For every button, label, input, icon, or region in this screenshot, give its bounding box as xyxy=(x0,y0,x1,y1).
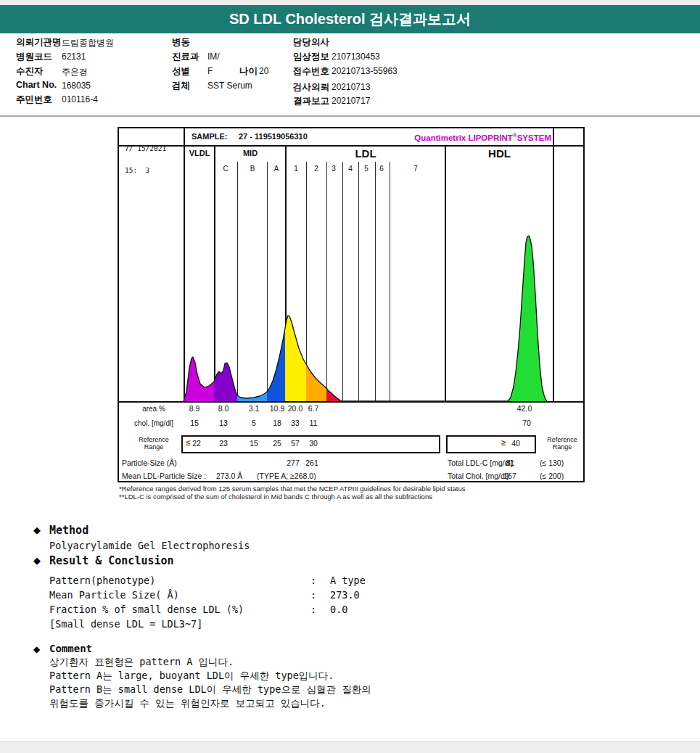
band-label-7: 7 xyxy=(408,165,423,173)
header-divider xyxy=(0,115,700,117)
result-row-colon: : xyxy=(310,575,316,586)
field-label: 담당의사 xyxy=(293,36,329,49)
field-value: 주은경 xyxy=(62,66,88,78)
field-value: 20210713 xyxy=(332,82,370,92)
mean-size-label: Mean LDL-Particle Size : xyxy=(122,472,206,480)
band-label-1: 1 xyxy=(289,165,303,173)
comment-line: Pattern A는 large, buoyant LDL이 우세한 type입… xyxy=(49,670,334,683)
comment-line: Pattern B는 small dense LDL이 우세한 type으로 심… xyxy=(49,683,371,696)
comment-line: 상기환자 표현형은 pattern A 입니다. xyxy=(49,656,234,669)
sample-label: SAMPLE: xyxy=(192,132,228,141)
band-label-5: 5 xyxy=(359,165,374,173)
field-label: 결과보고 xyxy=(293,95,329,107)
total-ldl-ref: (≤ 130) xyxy=(540,458,564,467)
result-row-colon: : xyxy=(310,589,316,601)
comment-line: 위험도를 증가시킬 수 있는 위험인자로 보고되고 있습니다. xyxy=(49,697,326,710)
chol-value: 15 xyxy=(180,419,209,427)
result-row-label: [Small dense LDL = LDL3~7] xyxy=(49,618,202,630)
field-label: 주민번호 xyxy=(16,94,52,106)
band-label-6: 6 xyxy=(374,165,389,173)
field-value: 20 xyxy=(259,66,268,76)
lipoprint-brand-logo: Quantimetrix LIPOPRINT®SYSTEM xyxy=(351,132,551,142)
curve-outline xyxy=(184,236,547,401)
field-label: 의뢰기관명 xyxy=(16,36,62,49)
band-label-c: C xyxy=(218,165,233,173)
method-heading: Method xyxy=(49,524,88,537)
band-area-mid-a xyxy=(267,328,285,401)
ref-value-hdl: 40 xyxy=(505,439,527,448)
region-label-vldl: VLDL xyxy=(184,149,215,157)
field-value: SST Serum xyxy=(207,81,252,91)
field-value: 드림종합병원 xyxy=(62,37,114,49)
field-label: 성별 xyxy=(172,65,190,78)
field-label: 병원코드 xyxy=(16,51,52,63)
report-title-bar: SD LDL Cholesterol 검사결과보고서 xyxy=(0,5,700,33)
field-label: 임상정보 xyxy=(293,51,329,63)
band-area-ldl3 xyxy=(326,388,342,401)
bottom-gray-strip xyxy=(0,741,700,753)
comment-heading: Comment xyxy=(49,643,92,654)
mean-size-value: 273.0 Å xyxy=(216,472,242,480)
chol-value: 13 xyxy=(209,419,238,427)
field-value: 168035 xyxy=(62,81,91,91)
area-value: 8.9 xyxy=(180,404,209,413)
field-value: 20210717 xyxy=(332,96,370,106)
reference-range-label-left: Reference Range xyxy=(126,436,181,450)
diamond-bullet-icon: ◆ xyxy=(33,555,41,566)
diamond-bullet-icon: ◆ xyxy=(33,524,41,535)
band-area-mid-c xyxy=(214,363,237,401)
result-row-value: 0.0 xyxy=(330,604,347,615)
reference-range-label-right: Reference Range xyxy=(542,436,582,450)
total-ldl-value: 81 xyxy=(499,458,521,467)
field-label: 나이 xyxy=(239,65,258,78)
band-area-mid-b xyxy=(237,392,267,401)
particle-size-label: Particle-Size (Å) xyxy=(122,458,177,467)
result-row-value: A type xyxy=(330,575,366,586)
field-label: 검사의뢰 xyxy=(293,81,329,94)
footnote-1: *Reference ranges derived from 125 serum… xyxy=(119,485,466,493)
region-label-ldl: LDL xyxy=(285,147,446,160)
field-label: 진료과 xyxy=(172,51,199,63)
band-label-4: 4 xyxy=(343,165,358,173)
field-value: IM/ xyxy=(207,52,220,62)
chol-value: 11 xyxy=(299,419,328,427)
ref-value: 22 xyxy=(182,439,211,448)
mean-size-type-note: (TYPE A; ≥268.0) xyxy=(257,472,316,480)
region-label-hdl: HDL xyxy=(445,147,554,160)
result-row-label: Fraction % of small dense LDL (%) xyxy=(49,604,244,615)
total-chol-ref: (≤ 200) xyxy=(540,472,564,480)
page-title: SD LDL Cholesterol 검사결과보고서 xyxy=(229,11,471,27)
sample-id: 27 - 119519056310 xyxy=(239,132,308,141)
area-value: 8.0 xyxy=(209,404,238,413)
region-label-mid: MID xyxy=(214,149,287,157)
field-label: 접수번호 xyxy=(293,65,329,78)
area-row-label: area % xyxy=(131,405,177,413)
band-label-2: 2 xyxy=(309,165,324,173)
densitometry-curve xyxy=(119,178,583,403)
particle-size-value: 261 xyxy=(299,458,325,467)
field-value: F xyxy=(207,66,213,76)
ref-value: 30 xyxy=(299,439,328,448)
field-label: 검체 xyxy=(172,80,190,92)
result-row-label: Pattern(phenotype) xyxy=(49,575,155,586)
field-label: 수진자 xyxy=(16,65,44,78)
top-gray-strip xyxy=(0,0,700,5)
total-chol-value: 167 xyxy=(499,472,521,480)
footnote-2: **LDL-C is comprised of the sum of chole… xyxy=(119,493,432,501)
field-label: Chart No. xyxy=(16,80,57,90)
field-value: 2107130453 xyxy=(332,52,380,62)
lab-report-page: { "colors": { "accent_teal": "#1b7a72", … xyxy=(0,0,700,753)
band-label-a: A xyxy=(269,165,284,173)
area-value: 6.7 xyxy=(299,404,328,413)
field-value: 62131 xyxy=(62,52,86,62)
result-row-label: Mean Particle Size( Å) xyxy=(49,589,179,601)
method-body: Polyacrylamide Gel Electrophoresis xyxy=(49,540,250,551)
field-value: 010116-4 xyxy=(62,94,98,104)
field-value: 20210713-55963 xyxy=(332,66,398,76)
baseline xyxy=(119,401,583,403)
band-label-3: 3 xyxy=(326,165,341,173)
strip-divider xyxy=(119,145,583,147)
field-label: 병동 xyxy=(172,36,190,49)
result-heading: Result & Conclusion xyxy=(49,554,174,567)
band-label-b: B xyxy=(245,165,260,173)
